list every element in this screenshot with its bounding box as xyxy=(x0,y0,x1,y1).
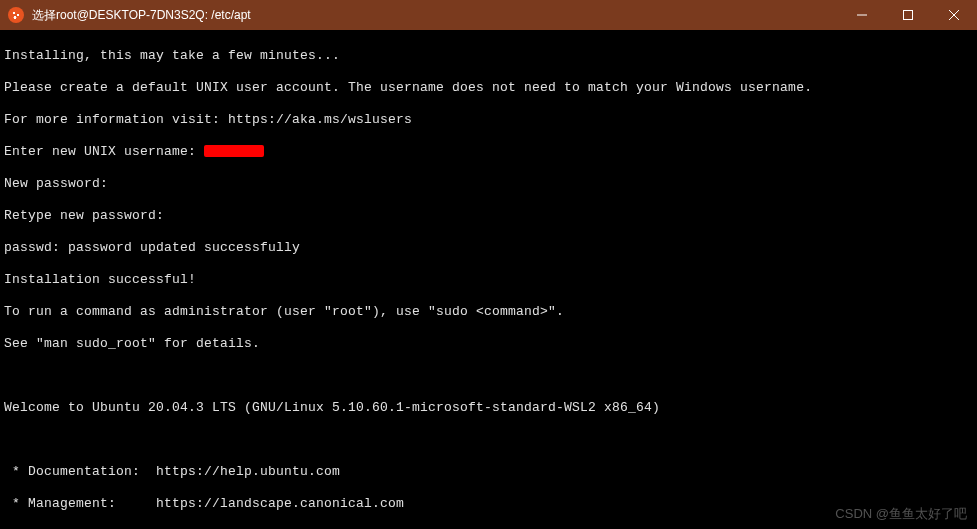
terminal-line: passwd: password updated successfully xyxy=(4,240,973,256)
close-icon xyxy=(949,10,959,20)
minimize-icon xyxy=(857,10,867,20)
maximize-icon xyxy=(903,10,913,20)
watermark: CSDN @鱼鱼太好了吧 xyxy=(835,505,967,523)
terminal-line xyxy=(4,432,973,448)
terminal-line: Installing, this may take a few minutes.… xyxy=(4,48,973,64)
terminal-line: Enter new UNIX username: xyxy=(4,144,973,160)
terminal-line: * Management: https://landscape.canonica… xyxy=(4,496,973,512)
terminal-line: Please create a default UNIX user accoun… xyxy=(4,80,973,96)
ubuntu-icon xyxy=(8,7,24,23)
terminal-output[interactable]: Installing, this may take a few minutes.… xyxy=(0,30,977,529)
minimize-button[interactable] xyxy=(839,0,885,30)
close-button[interactable] xyxy=(931,0,977,30)
svg-rect-1 xyxy=(904,11,913,20)
terminal-line: See "man sudo_root" for details. xyxy=(4,336,973,352)
terminal-line: * Documentation: https://help.ubuntu.com xyxy=(4,464,973,480)
username-prompt: Enter new UNIX username: xyxy=(4,144,204,159)
terminal-line: Installation successful! xyxy=(4,272,973,288)
terminal-line: Retype new password: xyxy=(4,208,973,224)
terminal-line xyxy=(4,368,973,384)
maximize-button[interactable] xyxy=(885,0,931,30)
window-titlebar: 选择root@DESKTOP-7DN3S2Q: /etc/apt xyxy=(0,0,977,30)
terminal-line: For more information visit: https://aka.… xyxy=(4,112,973,128)
redacted-username xyxy=(204,145,264,157)
terminal-line: To run a command as administrator (user … xyxy=(4,304,973,320)
window-title: 选择root@DESKTOP-7DN3S2Q: /etc/apt xyxy=(32,7,839,24)
terminal-line: New password: xyxy=(4,176,973,192)
terminal-line: Welcome to Ubuntu 20.04.3 LTS (GNU/Linux… xyxy=(4,400,973,416)
window-controls xyxy=(839,0,977,30)
